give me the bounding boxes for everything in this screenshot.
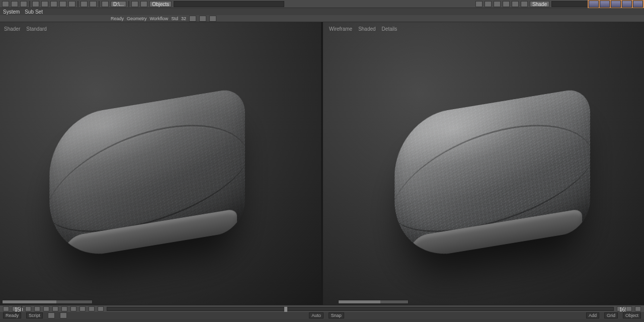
paste-icon[interactable] bbox=[68, 1, 75, 7]
status-right[interactable]: Add bbox=[586, 312, 599, 318]
timeline-start-icon[interactable] bbox=[3, 306, 9, 311]
timeline-track[interactable] bbox=[107, 307, 614, 311]
command-input[interactable] bbox=[174, 1, 284, 7]
status-right[interactable]: Object bbox=[623, 312, 641, 318]
viewport-label-bar: Wireframe Shaded Details bbox=[329, 26, 397, 32]
link-icon[interactable] bbox=[80, 1, 88, 7]
file-icon[interactable] bbox=[102, 1, 109, 7]
status-right[interactable]: Grid bbox=[604, 312, 618, 318]
select-icon[interactable] bbox=[475, 1, 482, 7]
status-label: Ready bbox=[3, 312, 21, 318]
model-body bbox=[49, 87, 245, 263]
sub-toolbar: Ready Geometry Workflow Std 32 bbox=[0, 15, 644, 22]
material-thumb[interactable] bbox=[633, 1, 643, 8]
key-icon[interactable] bbox=[89, 306, 95, 311]
open-icon[interactable] bbox=[11, 1, 18, 7]
separator bbox=[21, 306, 22, 312]
viewport-container: Shader Standard Wireframe Shaded Details bbox=[0, 22, 644, 305]
copy-icon[interactable] bbox=[59, 1, 66, 7]
zoom-out-icon[interactable] bbox=[635, 306, 641, 311]
status-mid[interactable]: Snap bbox=[329, 312, 344, 318]
menu-subset[interactable]: Sub Set bbox=[25, 9, 43, 15]
viewport-left[interactable]: Shader Standard bbox=[0, 22, 321, 305]
scale-icon[interactable] bbox=[503, 1, 510, 7]
model-preview bbox=[49, 87, 245, 263]
mode-label[interactable]: Objects bbox=[149, 1, 172, 7]
viewport-mode-label[interactable]: Wireframe bbox=[329, 26, 352, 32]
doc-path[interactable]: D:\... bbox=[111, 1, 126, 7]
status-coords: Script bbox=[26, 312, 43, 318]
unlink-icon[interactable] bbox=[90, 1, 97, 7]
viewport-shading-label[interactable]: Standard bbox=[26, 26, 47, 32]
viewport-mode-label[interactable]: Shader bbox=[4, 26, 20, 32]
viewport-right[interactable]: Wireframe Shaded Details bbox=[321, 22, 644, 305]
sub-label: Ready bbox=[111, 16, 124, 21]
sub-label: 32 bbox=[181, 16, 186, 21]
next-key-icon[interactable] bbox=[52, 306, 58, 311]
timeline-frame[interactable]: 150 bbox=[12, 306, 18, 311]
play-icon[interactable] bbox=[43, 306, 49, 311]
play-rev-icon[interactable] bbox=[34, 306, 40, 311]
rec-icon[interactable] bbox=[70, 306, 76, 311]
scrollbar-thumb[interactable] bbox=[3, 300, 56, 303]
material-thumb[interactable] bbox=[622, 1, 632, 8]
separator bbox=[77, 1, 78, 7]
undo-icon[interactable] bbox=[32, 1, 39, 7]
timeline-playhead[interactable] bbox=[284, 307, 287, 312]
viewport-scroll-h[interactable] bbox=[338, 300, 409, 304]
menubar: System Sub Set bbox=[0, 8, 644, 15]
viewport-scroll-h[interactable] bbox=[2, 300, 93, 304]
autokey-icon[interactable] bbox=[98, 306, 104, 311]
rotate-icon[interactable] bbox=[494, 1, 501, 7]
timeline-bar: 150 1650 bbox=[0, 305, 644, 312]
model-body bbox=[394, 87, 590, 263]
snap-icon[interactable] bbox=[512, 1, 519, 7]
loop-icon[interactable] bbox=[79, 306, 86, 311]
menu-system[interactable]: System bbox=[3, 9, 20, 15]
separator bbox=[128, 1, 129, 7]
cut-icon[interactable] bbox=[50, 1, 57, 7]
redo-icon[interactable] bbox=[41, 1, 48, 7]
viewport-detail-label[interactable]: Details bbox=[382, 26, 397, 32]
viewport-shading-label[interactable]: Shaded bbox=[358, 26, 375, 32]
scrollbar-thumb[interactable] bbox=[339, 300, 380, 303]
move-icon[interactable] bbox=[485, 1, 492, 7]
status-bar: Ready Script Auto Snap Add Grid Object bbox=[0, 312, 644, 319]
subtool-icon[interactable] bbox=[199, 16, 206, 22]
end-icon[interactable] bbox=[61, 306, 67, 311]
new-icon[interactable] bbox=[2, 1, 9, 7]
prev-key-icon[interactable] bbox=[25, 306, 31, 311]
view-icon[interactable] bbox=[131, 1, 138, 7]
status-icon[interactable] bbox=[48, 312, 55, 318]
model-preview bbox=[394, 87, 590, 263]
save-icon[interactable] bbox=[20, 1, 27, 7]
separator bbox=[29, 1, 30, 7]
material-thumb[interactable] bbox=[600, 1, 610, 8]
viewport-label-bar: Shader Standard bbox=[4, 26, 47, 32]
material-thumb[interactable] bbox=[611, 1, 621, 8]
timeline-end[interactable]: 1650 bbox=[617, 306, 623, 311]
align-icon[interactable] bbox=[521, 1, 528, 7]
material-thumbs bbox=[588, 0, 644, 8]
sub-label: Geometry bbox=[127, 16, 147, 21]
zoom-in-icon[interactable] bbox=[626, 306, 632, 311]
main-toolbar: D:\... Objects Shade bbox=[0, 0, 644, 8]
separator bbox=[99, 1, 100, 7]
subtool-icon[interactable] bbox=[189, 16, 196, 22]
grid-icon[interactable] bbox=[140, 1, 147, 7]
status-icon[interactable] bbox=[60, 312, 67, 318]
subtool-icon[interactable] bbox=[209, 16, 216, 22]
shade-label[interactable]: Shade bbox=[530, 1, 549, 7]
status-mid[interactable]: Auto bbox=[309, 312, 324, 318]
sub-label: Workflow bbox=[150, 16, 169, 21]
material-thumb[interactable] bbox=[589, 1, 599, 8]
sub-label: Std bbox=[171, 16, 178, 21]
